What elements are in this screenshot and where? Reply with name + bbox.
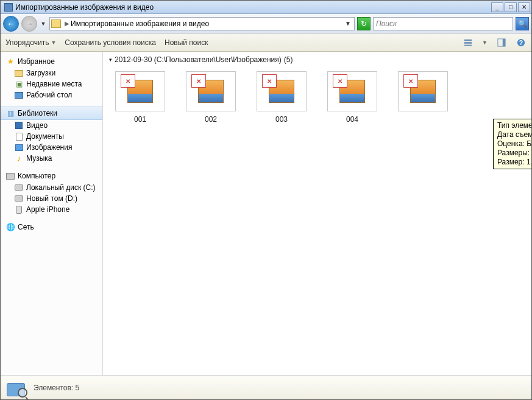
star-icon: ★	[5, 57, 15, 66]
view-menu[interactable]	[463, 37, 473, 48]
file-item[interactable]: ✕ 001	[114, 71, 166, 124]
content-header-count: (5)	[284, 55, 293, 64]
sidebar-item-new-volume[interactable]: Новый том (D:)	[1, 193, 102, 204]
address-dropdown[interactable]: ▼	[343, 20, 353, 27]
thumbnail-icon: ✕	[257, 71, 307, 111]
chevron-right-icon: ▶	[65, 20, 69, 27]
sidebar-documents-label: Документы	[26, 132, 64, 141]
thumbnail-icon: ✕	[115, 71, 165, 111]
help-button[interactable]: ?	[516, 37, 527, 48]
sidebar-computer[interactable]: Компьютер	[1, 170, 102, 182]
sidebar-pictures-label: Изображения	[26, 143, 72, 152]
file-item[interactable]: ✕ 004	[326, 71, 378, 124]
sidebar-libraries-label: Библиотеки	[18, 109, 57, 118]
organize-label: Упорядочить	[5, 38, 49, 47]
preview-pane-button[interactable]	[496, 37, 507, 48]
sidebar-local-disk-label: Локальный диск (C:)	[26, 183, 96, 192]
file-name: 001	[134, 115, 146, 124]
video-icon	[14, 121, 24, 130]
svg-rect-2	[464, 44, 472, 46]
address-bar[interactable]: ▶ Импортированные изображения и видео ▼	[49, 17, 355, 30]
thumbnail-icon: ✕	[327, 71, 377, 111]
file-item[interactable]: ✕ 003	[255, 71, 308, 124]
svg-rect-1	[464, 42, 472, 44]
drive-icon	[14, 183, 24, 192]
save-search-label: Сохранить условия поиска	[65, 38, 156, 47]
body: ★ Избранное Загрузки ▣ Недавние места Ра…	[1, 52, 531, 375]
nav-back-button[interactable]: ←	[3, 16, 19, 32]
sidebar-video-label: Видео	[26, 121, 48, 130]
sidebar-item-pictures[interactable]: Изображения	[1, 142, 102, 153]
sidebar-favorites[interactable]: ★ Избранное	[1, 55, 102, 68]
status-item-count: Элементов: 5	[34, 384, 79, 392]
search-button[interactable]: 🔍	[516, 17, 529, 30]
sidebar-libraries[interactable]: ▥ Библиотеки	[1, 107, 102, 120]
view-caret-icon[interactable]: ▼	[482, 40, 488, 46]
sidebar: ★ Избранное Загрузки ▣ Недавние места Ра…	[1, 52, 103, 375]
file-item[interactable]: ✕ 002	[185, 71, 237, 124]
sidebar-item-iphone[interactable]: Apple iPhone	[1, 204, 102, 215]
file-name: 002	[205, 115, 217, 124]
documents-icon	[14, 132, 24, 141]
refresh-button[interactable]: ↻	[357, 17, 371, 30]
sidebar-item-documents[interactable]: Документы	[1, 131, 102, 142]
computer-icon	[5, 172, 15, 180]
sidebar-item-desktop[interactable]: Рабочий стол	[1, 89, 102, 100]
file-name: 004	[346, 115, 358, 124]
recent-icon: ▣	[14, 80, 24, 88]
new-search-button[interactable]: Новый поиск	[165, 38, 208, 47]
drive-icon	[14, 194, 24, 203]
save-search-button[interactable]: Сохранить условия поиска	[65, 38, 156, 47]
tooltip: Тип элемента: JPEG-рисунок Дата съемки: …	[493, 119, 531, 169]
minimize-button[interactable]: _	[491, 2, 503, 12]
search-box[interactable]	[373, 17, 513, 30]
sidebar-new-volume-label: Новый том (D:)	[26, 194, 77, 203]
sidebar-item-music[interactable]: ♪ Музыка	[1, 153, 102, 164]
svg-text:?: ?	[519, 38, 523, 46]
svg-rect-4	[503, 38, 505, 46]
navbar: ← → ▼ ▶ Импортированные изображения и ви…	[1, 14, 531, 33]
sidebar-item-local-disk[interactable]: Локальный диск (C:)	[1, 182, 102, 193]
window-title: Импортированные изображения и видео	[15, 3, 154, 12]
window-title-area: Импортированные изображения и видео	[2, 3, 491, 12]
nav-history-dropdown[interactable]: ▼	[40, 21, 47, 27]
tooltip-size: Размер: 1,80 МБ	[497, 158, 531, 167]
music-icon: ♪	[14, 154, 24, 163]
new-search-label: Новый поиск	[165, 38, 208, 47]
content-area: ▾ 2012-09-30 (C:\Пользователи\User\Изобр…	[103, 52, 531, 375]
organize-menu[interactable]: Упорядочить ▼	[5, 38, 56, 47]
sidebar-network-label: Сеть	[18, 223, 34, 231]
search-input[interactable]	[374, 19, 512, 28]
content-header-folder: 2012-09-30 (C:\Пользователи\User\Изображ…	[115, 55, 282, 64]
sidebar-recent-label: Недавние места	[26, 80, 82, 88]
app-icon	[4, 3, 13, 12]
sidebar-item-recent[interactable]: ▣ Недавние места	[1, 79, 102, 89]
network-icon: 🌐	[5, 223, 15, 231]
sidebar-network[interactable]: 🌐 Сеть	[1, 221, 102, 233]
close-button[interactable]: ✕	[518, 2, 530, 12]
maximize-button[interactable]: □	[505, 2, 517, 12]
sidebar-item-downloads[interactable]: Загрузки	[1, 68, 102, 79]
thumbnail-icon: ✕	[186, 71, 236, 111]
tooltip-date: Дата съемки: 29.09.2012 20:28	[497, 130, 531, 139]
thumbnail-grid: ✕ 001 ✕ 002 ✕ 003 ✕ 004 ✕ 005	[103, 68, 531, 127]
sidebar-item-video[interactable]: Видео	[1, 120, 102, 131]
tooltip-dimensions: Размеры: 3264 x 2448	[497, 149, 531, 158]
statusbar: Элементов: 5	[1, 375, 531, 399]
sidebar-iphone-label: Apple iPhone	[26, 205, 69, 214]
sidebar-favorites-label: Избранное	[18, 57, 55, 66]
tooltip-type: Тип элемента: JPEG-рисунок	[497, 121, 531, 130]
file-item[interactable]: ✕ 005	[397, 71, 449, 124]
nav-forward-button[interactable]: →	[21, 16, 37, 32]
sidebar-desktop-label: Рабочий стол	[26, 91, 72, 99]
desktop-icon	[14, 91, 24, 99]
thumbnail-icon: ✕	[398, 71, 448, 111]
content-group-header[interactable]: ▾ 2012-09-30 (C:\Пользователи\User\Изобр…	[103, 52, 531, 68]
search-folder-icon	[7, 379, 26, 396]
address-text: Импортированные изображения и видео	[71, 19, 209, 28]
svg-rect-0	[464, 39, 472, 41]
titlebar: Импортированные изображения и видео _ □ …	[1, 1, 531, 14]
pictures-icon	[14, 143, 24, 152]
phone-icon	[14, 205, 24, 214]
folder-icon	[51, 19, 61, 28]
